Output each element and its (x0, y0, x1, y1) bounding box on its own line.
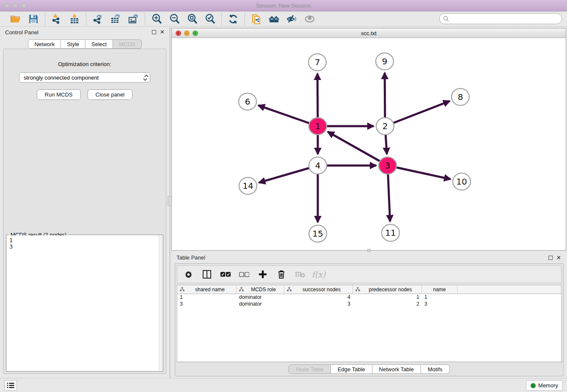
unchecked-boxes-icon (239, 271, 249, 277)
control-panel-float-icon[interactable] (152, 30, 156, 34)
task-history-button[interactable] (4, 380, 17, 391)
save-icon (28, 14, 39, 24)
criterion-select[interactable]: strongly connected component (19, 72, 150, 83)
hide-selected-button[interactable] (286, 13, 298, 25)
column-header-MCDS-role[interactable]: MCDS role (237, 285, 284, 293)
node-4[interactable]: 4 (309, 157, 327, 174)
table-tab-edge-table[interactable]: Edge Table (331, 364, 372, 374)
node-1[interactable]: 1 (309, 118, 327, 135)
svg-text:4: 4 (315, 160, 321, 171)
import-table-button[interactable] (69, 13, 80, 25)
network-window-titlebar[interactable]: × − + scc.txt (172, 28, 566, 38)
search-icon (443, 16, 449, 22)
export-network-button[interactable] (92, 13, 104, 25)
cell-shared-name[interactable]: 1 (177, 294, 237, 301)
column-header-shared-name[interactable]: shared name (177, 285, 237, 293)
zoom-selected-icon (204, 13, 216, 25)
function-builder-button-disabled: f(x) (314, 269, 324, 279)
node-3[interactable]: 3 (379, 157, 396, 174)
tab-network[interactable]: Network (28, 39, 61, 49)
cell-name[interactable]: 1 (422, 294, 457, 301)
column-header-successor-nodes[interactable]: successor nodes (284, 285, 353, 293)
node-table[interactable]: shared nameMCDS rolesuccessor nodesprede… (177, 285, 561, 362)
cell-MCDS-role[interactable]: dominator (237, 301, 284, 308)
table-tab-node-table[interactable]: Node Table (289, 364, 331, 374)
node-11[interactable]: 11 (382, 224, 399, 241)
unselect-all-columns-button[interactable] (239, 269, 249, 279)
node-10[interactable]: 10 (453, 173, 471, 190)
clone-network-button[interactable] (250, 13, 262, 25)
export-image-button[interactable] (127, 13, 139, 25)
hierarchy-icon (355, 287, 360, 292)
zoom-fit-icon (187, 13, 198, 25)
mcds-result-group: MCDS result (2 nodes) 1 3 (6, 235, 163, 372)
status-bar: Memory (0, 378, 567, 392)
table-panel-close-icon[interactable]: ✕ (556, 256, 561, 260)
node-2[interactable]: 2 (376, 118, 394, 135)
memory-button[interactable]: Memory (526, 380, 563, 391)
cell-successor-nodes[interactable]: 4 (284, 294, 353, 301)
mcds-result-text[interactable]: 1 3 (7, 235, 162, 371)
cell-name[interactable]: 3 (422, 301, 457, 308)
node-14[interactable]: 14 (239, 177, 257, 194)
horizontal-divider-grip[interactable] (367, 249, 371, 252)
svg-text:15: 15 (312, 229, 323, 239)
tab-mcds[interactable]: MCDS (113, 39, 141, 49)
plus-icon (258, 270, 267, 279)
result-scrollbar[interactable] (159, 235, 162, 371)
close-panel-button[interactable]: Close panel (88, 89, 133, 100)
tab-style[interactable]: Style (61, 39, 85, 49)
cell-shared-name[interactable]: 3 (177, 301, 237, 308)
select-all-columns-button[interactable] (220, 269, 231, 279)
zoom-fit-button[interactable] (186, 13, 198, 25)
network-canvas[interactable]: 7968124314101511 (172, 38, 566, 250)
refresh-button[interactable] (227, 13, 239, 25)
search-box[interactable] (439, 13, 562, 24)
import-table-icon (69, 14, 80, 25)
table-panel-float-icon[interactable] (548, 256, 553, 260)
cell-predecessor-nodes[interactable]: 2 (353, 301, 422, 308)
node-7[interactable]: 7 (308, 54, 326, 71)
column-header-name[interactable]: name (422, 285, 457, 293)
show-all-button[interactable] (268, 13, 280, 25)
table-settings-button[interactable] (183, 269, 193, 279)
network-graph[interactable]: 7968124314101511 (172, 38, 566, 250)
edge-2-8[interactable] (385, 101, 450, 126)
search-input[interactable] (449, 14, 561, 23)
gear-icon (184, 270, 193, 279)
edge-3-1[interactable] (328, 132, 388, 166)
export-image-icon (128, 14, 139, 25)
save-session-button[interactable] (28, 13, 39, 25)
zoom-out-button[interactable] (168, 13, 180, 25)
run-mcds-button[interactable]: Run MCDS (37, 89, 81, 100)
column-header-predecessor-nodes[interactable]: predecessor nodes (353, 285, 422, 293)
export-table-button[interactable] (110, 13, 121, 25)
export-network-icon (92, 14, 103, 25)
split-panel-button[interactable] (202, 269, 212, 279)
table-tab-network-table[interactable]: Network Table (372, 364, 421, 374)
control-panel-close-icon[interactable]: ✕ (160, 30, 165, 34)
cell-predecessor-nodes[interactable]: 1 (353, 294, 422, 301)
edge-1-6[interactable] (258, 105, 318, 126)
table-tab-motifs[interactable]: Motifs (421, 364, 450, 374)
zoom-in-button[interactable] (151, 13, 162, 25)
node-8[interactable]: 8 (451, 88, 469, 105)
hierarchy-icon (287, 287, 292, 292)
zoom-selected-button[interactable] (204, 13, 216, 25)
cell-successor-nodes[interactable]: 3 (284, 301, 353, 308)
node-15[interactable]: 15 (309, 225, 327, 242)
open-session-button[interactable] (10, 13, 22, 25)
trash-icon (277, 270, 286, 279)
table-row[interactable]: 1dominator411 (177, 294, 561, 301)
add-column-button[interactable] (258, 269, 268, 279)
svg-text:10: 10 (456, 177, 467, 187)
node-9[interactable]: 9 (376, 53, 394, 70)
cell-MCDS-role[interactable]: dominator (237, 294, 284, 301)
show-hidden-button[interactable] (304, 13, 316, 25)
delete-column-button[interactable] (276, 269, 286, 279)
edge-3-10[interactable] (388, 166, 451, 179)
node-6[interactable]: 6 (239, 93, 256, 110)
table-row[interactable]: 3dominator323 (177, 301, 561, 308)
import-network-button[interactable] (51, 13, 63, 25)
tab-select[interactable]: Select (85, 39, 113, 49)
